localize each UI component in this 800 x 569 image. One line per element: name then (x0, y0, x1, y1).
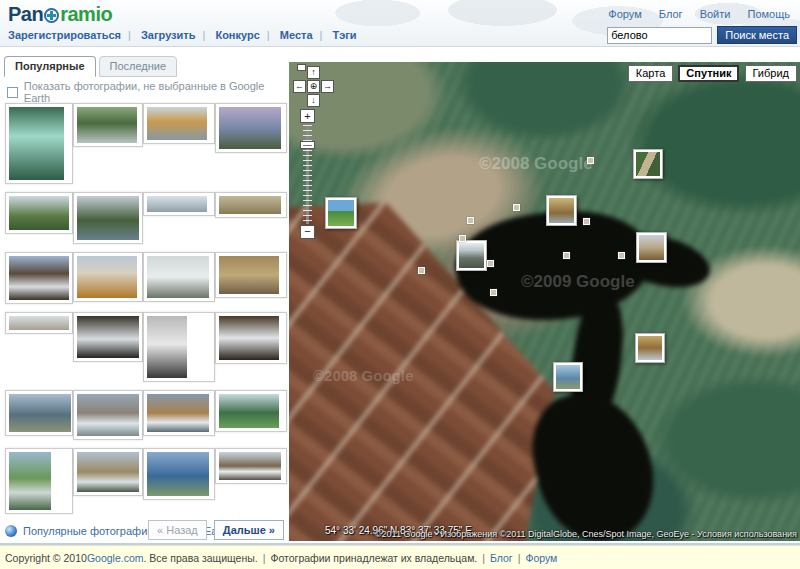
nav-register-link[interactable]: Зарегистрироваться (8, 29, 121, 41)
small-photo-marker[interactable] (467, 217, 474, 224)
photo-thumbnail[interactable] (215, 192, 287, 218)
photo-marker[interactable] (553, 362, 583, 392)
nav-places-link[interactable]: Места (280, 29, 313, 41)
tab-popular[interactable]: Популярные (4, 56, 96, 77)
satellite-map[interactable]: ©2008 Google ©2009 Google ©2008 Google К… (289, 62, 800, 541)
small-photo-marker[interactable] (490, 289, 497, 296)
small-photo-marker[interactable] (563, 252, 570, 259)
small-photo-marker[interactable] (418, 267, 425, 274)
marker-photo (638, 336, 662, 360)
photo-thumbnail[interactable] (215, 252, 287, 298)
photo-thumbnail[interactable] (73, 390, 143, 440)
zoom-slider-track[interactable] (303, 125, 312, 224)
photo-thumbnail[interactable] (215, 103, 287, 153)
photo-image (219, 196, 281, 214)
collapse-controls-button[interactable] (297, 64, 306, 71)
photo-thumbnail[interactable] (5, 192, 73, 234)
map-attribution[interactable]: ©2011 Google - Изображения ©2011 Digital… (375, 529, 797, 539)
photo-thumbnail[interactable] (143, 103, 215, 144)
map-type-satellite-button[interactable]: Спутник (678, 65, 739, 82)
next-page-button[interactable]: Дальше » (214, 520, 284, 540)
place-search-input[interactable] (607, 27, 712, 44)
photo-marker[interactable] (546, 195, 577, 226)
nav-contest-link[interactable]: Конкурс (215, 29, 259, 41)
photo-image (147, 394, 209, 432)
panoramio-target-icon (44, 8, 59, 23)
filter-row[interactable]: Показать фотографии, не выбранные в Goog… (7, 80, 288, 104)
photo-image (9, 394, 71, 432)
map-type-switcher: Карта Спутник Гибрид (626, 65, 797, 82)
small-photo-marker[interactable] (618, 252, 625, 259)
marker-photo (556, 365, 580, 389)
google-com-link[interactable]: Google.com (87, 552, 144, 564)
login-link[interactable]: Войти (700, 8, 731, 20)
top-links: Форум Блог Войти Помощь (594, 8, 790, 20)
photo-thumbnail[interactable] (143, 448, 215, 500)
pagination: « Назад Дальше » (144, 520, 284, 540)
nav-separator: | (320, 29, 323, 41)
photo-marker[interactable] (325, 197, 357, 229)
zoom-slider-handle[interactable] (300, 141, 315, 149)
owners-text: Фотографии принадлежат их владельцам. (270, 552, 477, 564)
photo-image (77, 107, 137, 143)
photo-thumbnail[interactable] (5, 312, 73, 334)
photo-thumbnail[interactable] (5, 448, 73, 514)
show-unselected-checkbox[interactable] (7, 87, 18, 98)
marker-photo (639, 235, 664, 260)
photo-thumbnail[interactable] (73, 103, 143, 147)
forum-link[interactable]: Форум (608, 8, 641, 20)
photo-thumbnail[interactable] (143, 390, 215, 436)
blog-link[interactable]: Блог (659, 8, 683, 20)
photo-image (147, 256, 209, 298)
pan-center-button[interactable]: ⊕ (307, 80, 320, 93)
photo-image (77, 196, 139, 240)
panoramio-logo[interactable]: Panramio (8, 3, 112, 26)
photo-thumbnail[interactable] (5, 390, 73, 436)
photo-marker[interactable] (456, 240, 487, 271)
small-photo-marker[interactable] (513, 204, 520, 211)
photo-image (147, 107, 207, 140)
prev-page-button[interactable]: « Назад (148, 520, 207, 540)
pan-up-button[interactable]: ↑ (307, 66, 320, 79)
pan-down-button[interactable]: ↓ (307, 94, 320, 107)
photo-thumbnail[interactable] (215, 312, 287, 364)
search-place-button[interactable]: Поиск места (717, 26, 797, 44)
photo-thumbnail[interactable] (143, 312, 215, 382)
photo-thumbnail[interactable] (143, 252, 215, 302)
pan-left-button[interactable]: ← (293, 80, 306, 93)
photo-thumbnail[interactable] (143, 192, 215, 216)
map-type-hybrid-button[interactable]: Гибрид (745, 65, 797, 82)
footer-blog-link[interactable]: Блог (490, 552, 513, 564)
help-link[interactable]: Помощь (748, 8, 791, 20)
photo-image (77, 316, 139, 358)
pan-right-button[interactable]: → (321, 80, 334, 93)
photo-marker[interactable] (636, 232, 667, 263)
photo-thumbnail[interactable] (5, 252, 73, 304)
pan-control: ↑ ← ⊕ → ↓ (292, 64, 336, 108)
photo-thumbnail[interactable] (73, 312, 143, 362)
filter-label[interactable]: Показать фотографии, не выбранные в Goog… (24, 80, 288, 104)
photo-thumbnail[interactable] (73, 252, 143, 302)
footer-forum-link[interactable]: Форум (525, 552, 557, 564)
small-photo-marker[interactable] (587, 157, 594, 164)
photo-image (9, 452, 51, 510)
photo-thumbnail[interactable] (5, 103, 73, 184)
tab-latest[interactable]: Последние (99, 56, 178, 77)
zoom-in-button[interactable]: + (300, 109, 315, 123)
marker-photo (459, 243, 484, 268)
small-photo-marker[interactable] (583, 218, 590, 225)
map-type-map-button[interactable]: Карта (628, 65, 673, 82)
photo-thumbnail[interactable] (215, 390, 287, 432)
zoom-out-button[interactable]: − (300, 225, 315, 239)
photo-thumbnail[interactable] (215, 448, 287, 484)
small-photo-marker[interactable] (487, 260, 494, 267)
nav-upload-link[interactable]: Загрузить (141, 29, 196, 41)
photo-marker[interactable] (633, 149, 663, 179)
photo-thumbnail[interactable] (73, 192, 143, 244)
photo-image (77, 394, 139, 436)
photo-image (9, 196, 69, 230)
small-photo-marker[interactable] (459, 235, 466, 242)
nav-tags-link[interactable]: Тэги (332, 29, 356, 41)
photo-thumbnail[interactable] (73, 448, 143, 496)
photo-marker[interactable] (635, 333, 665, 363)
